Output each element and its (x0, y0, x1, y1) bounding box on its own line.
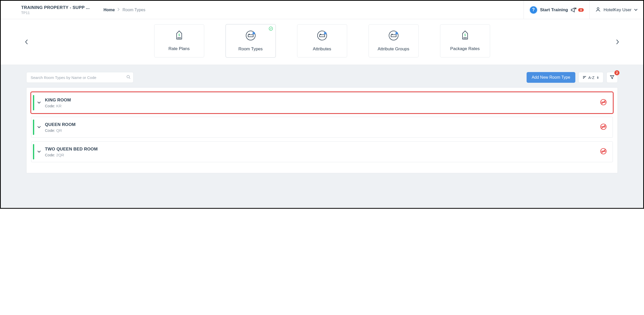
svg-point-8 (249, 34, 250, 35)
scroll-right-button[interactable] (613, 37, 623, 47)
toolbar: Add New Room Type A-Z 2 (26, 72, 618, 83)
room-row-text: TWO QUEEN BED ROOM Code: 2QR (45, 147, 98, 157)
category-label: Room Types (238, 46, 263, 52)
svg-point-21 (127, 75, 129, 78)
svg-point-12 (320, 34, 321, 35)
price-tag-icon: $ (175, 30, 183, 42)
search-wrap (26, 72, 133, 83)
svg-rect-0 (575, 8, 576, 9)
user-icon (595, 7, 601, 13)
user-name: HotelKey User (603, 7, 631, 13)
svg-rect-15 (391, 35, 396, 37)
svg-point-13 (324, 32, 326, 34)
code-label: Code: (45, 104, 56, 108)
sort-button[interactable]: A-Z (578, 72, 603, 83)
training-block[interactable]: ? Start Training 0 (524, 1, 590, 19)
no-smoking-icon (600, 99, 607, 107)
app-header: TRAINING PROPERTY - SUPP ... TP11 Home R… (1, 1, 643, 19)
room-row-text: KING ROOM Code: KR (45, 98, 71, 108)
category-card-rate-plans[interactable]: $ Rate Plans (154, 24, 204, 57)
property-block: TRAINING PROPERTY - SUPP ... TP11 (1, 1, 96, 19)
category-card-attributes[interactable]: Attributes (297, 24, 347, 57)
filter-button[interactable]: 2 (606, 72, 618, 83)
room-type-list: KING ROOM Code: KR QUEEN ROOM (26, 87, 618, 173)
category-card-attribute-groups[interactable]: Attribute Groups (369, 24, 419, 57)
room-type-row[interactable]: KING ROOM Code: KR (31, 92, 613, 113)
room-code: 2QR (56, 153, 64, 157)
bed-icon (317, 30, 327, 42)
room-name: QUEEN ROOM (45, 122, 76, 127)
category-card-package-rates[interactable]: $ Package Rates (440, 24, 490, 57)
no-smoking-icon (600, 123, 607, 131)
start-training-label: Start Training (540, 7, 568, 13)
filter-count-badge: 2 (614, 70, 619, 75)
code-label: Code: (45, 128, 56, 133)
sort-label: A-Z (588, 75, 594, 80)
search-input[interactable] (26, 72, 133, 83)
header-right: ? Start Training 0 HotelKey User (524, 1, 643, 19)
chevron-right-icon (117, 8, 120, 12)
room-code-line: Code: 2QR (45, 153, 98, 157)
status-accent (33, 144, 34, 159)
megaphone-icon[interactable] (570, 7, 577, 13)
expand-toggle[interactable] (37, 100, 41, 105)
property-name: TRAINING PROPERTY - SUPP ... (21, 5, 90, 10)
svg-line-28 (601, 100, 605, 104)
room-type-row[interactable]: TWO QUEEN BED ROOM Code: 2QR (31, 141, 613, 162)
svg-line-34 (601, 149, 605, 153)
room-row-text: QUEEN ROOM Code: QR (45, 122, 76, 133)
arrow-down-icon (597, 75, 599, 80)
body-area: Add New Room Type A-Z 2 (1, 65, 643, 208)
room-name: KING ROOM (45, 98, 71, 103)
svg-point-9 (252, 32, 255, 34)
check-icon (269, 27, 273, 32)
category-label: Attributes (313, 46, 331, 52)
expand-toggle[interactable] (37, 125, 41, 130)
svg-line-22 (129, 78, 130, 79)
svg-point-17 (395, 32, 398, 34)
category-label: Attribute Groups (378, 46, 409, 52)
breadcrumb-current: Room Types (123, 8, 145, 12)
room-code: QR (56, 128, 62, 133)
svg-line-31 (601, 125, 605, 129)
price-tag-icon: $ (461, 30, 469, 42)
no-smoking-icon (600, 148, 607, 156)
room-type-row[interactable]: QUEEN ROOM Code: QR (31, 117, 613, 138)
bed-icon (388, 30, 399, 42)
scroll-left-button[interactable] (21, 37, 31, 47)
room-code-line: Code: QR (45, 128, 76, 133)
breadcrumb-home[interactable]: Home (103, 8, 115, 12)
svg-point-16 (392, 34, 393, 35)
category-strip: $ Rate Plans Room Types Attributes Attri… (1, 19, 643, 65)
status-accent (33, 120, 34, 135)
svg-point-1 (597, 7, 599, 9)
svg-rect-7 (248, 35, 253, 37)
room-name: TWO QUEEN BED ROOM (45, 147, 98, 152)
room-code-line: Code: KR (45, 104, 71, 108)
notification-badge: 0 (578, 8, 584, 12)
help-icon[interactable]: ? (529, 6, 538, 14)
property-code: TP11 (21, 11, 90, 15)
svg-text:$: $ (178, 33, 180, 37)
svg-text:$: $ (464, 33, 466, 37)
filter-icon (610, 75, 614, 80)
sort-icon (583, 75, 586, 80)
expand-toggle[interactable] (37, 149, 41, 154)
bed-icon (245, 30, 256, 42)
code-label: Code: (45, 153, 56, 157)
user-menu[interactable]: HotelKey User (589, 1, 643, 19)
category-label: Rate Plans (168, 46, 190, 51)
add-room-type-button[interactable]: Add New Room Type (527, 72, 575, 83)
breadcrumb: Home Room Types (96, 1, 523, 19)
category-card-room-types[interactable]: Room Types (226, 24, 276, 57)
category-label: Package Rates (450, 46, 480, 51)
status-accent (33, 95, 34, 110)
search-icon (126, 75, 130, 80)
chevron-down-icon (634, 8, 638, 12)
svg-rect-11 (320, 35, 325, 37)
room-code: KR (56, 104, 62, 108)
